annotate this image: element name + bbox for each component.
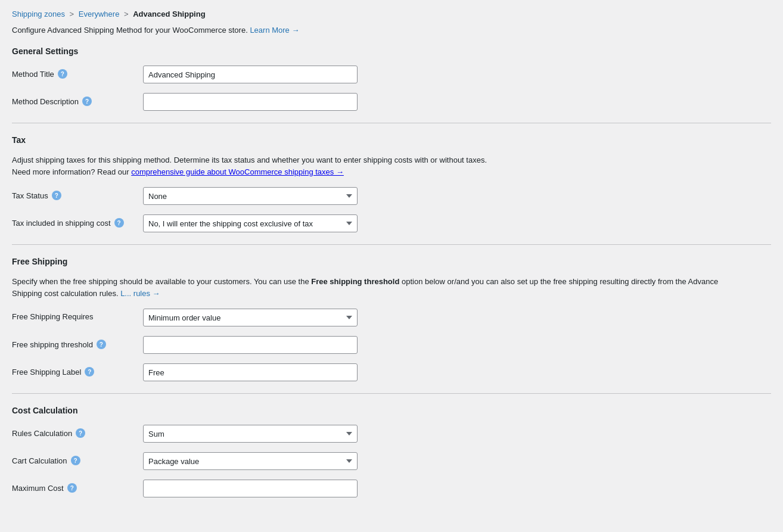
tax-included-field-cell: No, I will enter the shipping cost exclu… (143, 214, 771, 232)
divider-2 (12, 244, 771, 245)
free-shipping-threshold-row: Free shipping threshold ? (12, 336, 771, 354)
tax-included-select[interactable]: No, I will enter the shipping cost exclu… (143, 214, 358, 232)
method-title-field-cell (143, 66, 771, 83)
free-shipping-threshold-label: Free shipping threshold (12, 340, 93, 349)
rules-calculation-label: Rules Calculation (12, 429, 72, 438)
method-description-label: Method Description (12, 97, 79, 106)
rules-calculation-help-icon[interactable]: ? (76, 428, 85, 438)
free-shipping-label-label: Free Shipping Label (12, 368, 81, 377)
tax-description-line1: Adjust shipping taxes for this shipping … (12, 155, 487, 164)
free-shipping-description: Specify when the free shipping should be… (12, 276, 727, 299)
free-shipping-label-field-cell (143, 363, 771, 381)
method-title-row: Method Title ? (12, 66, 771, 83)
breadcrumb-shipping-zones[interactable]: Shipping zones (12, 10, 65, 18)
cost-calculation-title: Cost Calculation (12, 406, 771, 415)
breadcrumb-separator-2: > (124, 10, 130, 18)
divider-3 (12, 393, 771, 394)
method-description-row: Method Description ? (12, 93, 771, 111)
breadcrumb-everywhere[interactable]: Everywhere (79, 10, 120, 18)
learn-more-link[interactable]: Learn More → (250, 26, 299, 35)
tax-status-field-cell: None Taxable Not taxable (143, 187, 771, 205)
free-shipping-threshold-help-icon[interactable]: ? (97, 340, 106, 349)
breadcrumb: Shipping zones > Everywhere > Advanced S… (12, 10, 771, 18)
maximum-cost-input[interactable] (143, 480, 358, 497)
tax-status-label: Tax Status (12, 191, 48, 200)
cart-calculation-row: Cart Calculation ? Package value Cart va… (12, 452, 771, 470)
free-shipping-requires-field-cell: Minimum order value A coupon A minimum o… (143, 309, 771, 326)
rules-calculation-field-cell: Sum Average Min Max (143, 425, 771, 443)
free-shipping-label-label-cell: Free Shipping Label ? (12, 363, 143, 377)
tax-status-select[interactable]: None Taxable Not taxable (143, 187, 358, 205)
tax-included-help-icon[interactable]: ? (114, 218, 124, 228)
tax-included-row: Tax included in shipping cost ? No, I wi… (12, 214, 771, 232)
method-title-help-icon[interactable]: ? (58, 69, 67, 79)
free-shipping-requires-select[interactable]: Minimum order value A coupon A minimum o… (143, 309, 358, 326)
tax-included-label-cell: Tax included in shipping cost ? (12, 214, 143, 228)
method-title-label: Method Title (12, 70, 54, 79)
tax-status-label-cell: Tax Status ? (12, 187, 143, 200)
method-description-field-cell (143, 93, 771, 111)
free-shipping-threshold-bold: Free shipping threshold (311, 277, 399, 286)
rules-calculation-select[interactable]: Sum Average Min Max (143, 425, 358, 443)
rules-calculation-label-cell: Rules Calculation ? (12, 425, 143, 438)
tax-description: Adjust shipping taxes for this shipping … (12, 154, 771, 178)
free-shipping-threshold-input[interactable] (143, 336, 358, 354)
tax-status-row: Tax Status ? None Taxable Not taxable (12, 187, 771, 205)
free-shipping-label-help-icon[interactable]: ? (85, 367, 94, 377)
method-title-label-cell: Method Title ? (12, 66, 143, 79)
tax-section-title: Tax (12, 135, 771, 145)
subtitle-text: Configure Advanced Shipping Method for y… (12, 26, 248, 35)
page-container: Shipping zones > Everywhere > Advanced S… (0, 0, 783, 517)
free-shipping-requires-row: Free Shipping Requires Minimum order val… (12, 309, 771, 326)
method-title-input[interactable] (143, 66, 358, 83)
method-description-label-cell: Method Description ? (12, 93, 143, 106)
free-shipping-label-row: Free Shipping Label ? (12, 363, 771, 381)
cart-calculation-label-cell: Cart Calculation ? (12, 452, 143, 465)
tax-description-line2-start: Need more information? Read our (12, 167, 129, 176)
free-shipping-requires-label-cell: Free Shipping Requires (12, 309, 143, 321)
breadcrumb-separator-1: > (70, 10, 76, 18)
cart-calculation-select[interactable]: Package value Cart value (143, 452, 358, 470)
maximum-cost-label-cell: Maximum Cost ? (12, 480, 143, 493)
maximum-cost-help-icon[interactable]: ? (67, 483, 77, 493)
free-shipping-threshold-field-cell (143, 336, 771, 354)
method-description-help-icon[interactable]: ? (82, 97, 92, 106)
free-shipping-title: Free Shipping (12, 257, 771, 266)
tax-guide-link[interactable]: comprehensive guide about WooCommerce sh… (131, 167, 344, 176)
tax-status-help-icon[interactable]: ? (52, 191, 61, 200)
free-shipping-requires-label: Free Shipping Requires (12, 312, 94, 321)
rules-calculation-row: Rules Calculation ? Sum Average Min Max (12, 425, 771, 443)
cart-calculation-help-icon[interactable]: ? (71, 456, 80, 465)
method-description-input[interactable] (143, 93, 358, 111)
maximum-cost-field-cell (143, 480, 771, 497)
divider-1 (12, 123, 771, 123)
page-subtitle: Configure Advanced Shipping Method for y… (12, 26, 771, 35)
free-shipping-desc-start: Specify when the free shipping should be… (12, 277, 309, 286)
maximum-cost-label: Maximum Cost (12, 484, 64, 493)
free-shipping-threshold-label-cell: Free shipping threshold ? (12, 336, 143, 349)
free-shipping-label-input[interactable] (143, 363, 358, 381)
free-shipping-rules-link[interactable]: L... rules → (120, 289, 160, 298)
cart-calculation-field-cell: Package value Cart value (143, 452, 771, 470)
maximum-cost-row: Maximum Cost ? (12, 480, 771, 497)
tax-included-label: Tax included in shipping cost (12, 219, 111, 228)
general-settings-title: General Settings (12, 46, 771, 56)
breadcrumb-current: Advanced Shipping (133, 10, 205, 18)
cart-calculation-label: Cart Calculation (12, 456, 67, 465)
